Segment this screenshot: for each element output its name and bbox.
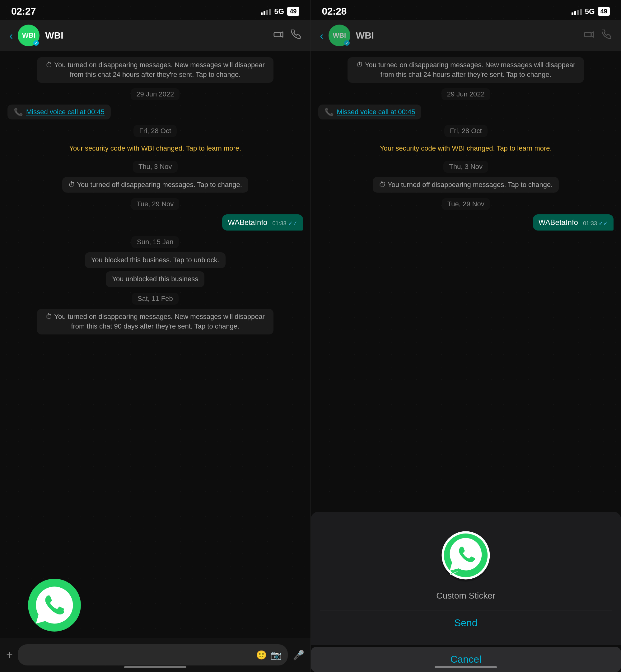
- date-sep-jun-r: 29 Jun 2022: [442, 88, 490, 100]
- signal-icon-left: [261, 8, 271, 15]
- sticker-icon-left[interactable]: 🙂: [256, 650, 267, 660]
- security-code-msg[interactable]: Your security code with WBI changed. Tap…: [69, 141, 241, 155]
- contact-name-left[interactable]: WBI: [45, 30, 273, 41]
- system-msg-disappearing-90[interactable]: ⏱ You turned on disappearing messages. N…: [37, 309, 274, 334]
- back-button-left[interactable]: ‹: [9, 30, 13, 42]
- mic-icon-left[interactable]: 🎤: [293, 649, 304, 661]
- system-msg-disappearing-on-r[interactable]: ⏱ You turned on disappearing messages. N…: [347, 57, 584, 83]
- status-bar-left: 02:27 5G 49: [0, 0, 310, 20]
- tick-icon: ✓✓: [288, 220, 297, 226]
- missed-call-text-r: Missed voice call at 00:45: [337, 108, 415, 116]
- svg-rect-0: [274, 32, 280, 36]
- battery-badge-left: 49: [287, 7, 299, 16]
- system-msg-blocked[interactable]: You blocked this business. Tap to unbloc…: [85, 252, 225, 268]
- verified-badge-right: ✓: [344, 40, 350, 46]
- send-button[interactable]: Send: [320, 610, 612, 636]
- outgoing-bubble-wabetainfo-r: WABetaInfo 01:33 ✓✓: [533, 214, 614, 230]
- contact-name-right[interactable]: WBI: [356, 30, 584, 41]
- home-indicator-left: [124, 666, 187, 668]
- sticker-modal-overlay: Custom Sticker Send Cancel: [311, 512, 621, 672]
- avatar-left[interactable]: WBI ✓: [18, 25, 40, 46]
- missed-call-msg[interactable]: 📞 Missed voice call at 00:45: [7, 104, 111, 120]
- chat-header-right: ‹ WBI ✓ WBI: [311, 20, 621, 51]
- header-icons-left: [273, 29, 301, 42]
- sticker-label: Custom Sticker: [436, 591, 495, 601]
- date-sep-jan: Sun, 15 Jan: [131, 236, 179, 248]
- camera-icon-left[interactable]: 📷: [271, 650, 282, 660]
- time-right: 02:28: [322, 6, 346, 17]
- date-sep-nov3: Thu, 3 Nov: [133, 161, 178, 173]
- chat-header-left: ‹ WBI ✓ WBI: [0, 20, 310, 51]
- time-left: 02:27: [11, 6, 36, 17]
- svg-marker-4: [591, 32, 593, 37]
- video-icon-left[interactable]: [273, 29, 284, 42]
- date-sep-oct-r: Fri, 28 Oct: [444, 125, 488, 137]
- chat-body-left: ⏱ You turned on disappearing messages. N…: [0, 51, 310, 630]
- missed-call-icon-r: 📞: [325, 108, 334, 116]
- date-sep-feb: Sat, 11 Feb: [132, 293, 178, 304]
- back-button-right[interactable]: ‹: [320, 30, 324, 42]
- date-sep-nov3-r: Thu, 3 Nov: [443, 161, 488, 173]
- call-icon-left[interactable]: [291, 30, 301, 42]
- add-attachment-icon-left[interactable]: +: [6, 648, 13, 662]
- header-icons-right: [584, 29, 612, 42]
- missed-call-msg-r[interactable]: 📞 Missed voice call at 00:45: [318, 104, 422, 120]
- message-input-left[interactable]: 🙂 📷: [18, 644, 287, 666]
- big-sticker-left: [28, 579, 96, 647]
- left-panel: 02:27 5G 49 ‹ WBI ✓ WBI: [0, 0, 310, 672]
- video-icon-right[interactable]: [584, 29, 594, 42]
- avatar-right[interactable]: WBI ✓: [329, 25, 350, 46]
- bubble-sender: WABetaInfo: [228, 218, 267, 227]
- missed-call-text: Missed voice call at 00:45: [26, 108, 105, 116]
- missed-call-icon: 📞: [14, 108, 23, 116]
- date-sep-jun: 29 Jun 2022: [131, 88, 179, 100]
- status-right-right: 5G 49: [572, 7, 610, 16]
- system-msg-disappearing-off[interactable]: ⏱ You turned off disappearing messages. …: [62, 177, 248, 193]
- outgoing-bubble-wabetainfo: WABetaInfo 01:33 ✓✓: [222, 214, 303, 230]
- network-badge-right: 5G: [585, 7, 595, 16]
- system-msg-disappearing-off-r[interactable]: ⏱ You turned off disappearing messages. …: [373, 177, 559, 193]
- system-msg-unblocked[interactable]: You unblocked this business: [106, 271, 204, 287]
- date-sep-nov29: Tue, 29 Nov: [131, 198, 179, 210]
- svg-marker-1: [281, 32, 283, 37]
- security-code-msg-r[interactable]: Your security code with WBI changed. Tap…: [380, 141, 552, 155]
- battery-badge-right: 49: [598, 7, 610, 16]
- status-right-left: 5G 49: [261, 7, 299, 16]
- home-indicator-right: [434, 666, 497, 668]
- call-icon-right[interactable]: [602, 30, 612, 42]
- network-badge-left: 5G: [274, 7, 284, 16]
- bubble-time: 01:33 ✓✓: [272, 220, 297, 227]
- date-sep-nov29-r: Tue, 29 Nov: [442, 198, 490, 210]
- sticker-modal: Custom Sticker Send: [311, 512, 621, 645]
- verified-badge-left: ✓: [33, 40, 39, 46]
- status-bar-right: 02:28 5G 49: [311, 0, 621, 20]
- tick-icon-r: ✓✓: [598, 220, 608, 226]
- sticker-preview: [438, 527, 494, 583]
- system-msg-disappearing-on[interactable]: ⏱ You turned on disappearing messages. N…: [37, 57, 274, 83]
- svg-rect-3: [585, 32, 591, 36]
- right-panel: 02:28 5G 49 ‹ WBI ✓ WBI: [311, 0, 621, 672]
- bubble-time-r: 01:33 ✓✓: [583, 220, 608, 227]
- signal-icon-right: [572, 8, 582, 15]
- bubble-sender-r: WABetaInfo: [539, 218, 578, 227]
- date-sep-oct: Fri, 28 Oct: [133, 125, 177, 137]
